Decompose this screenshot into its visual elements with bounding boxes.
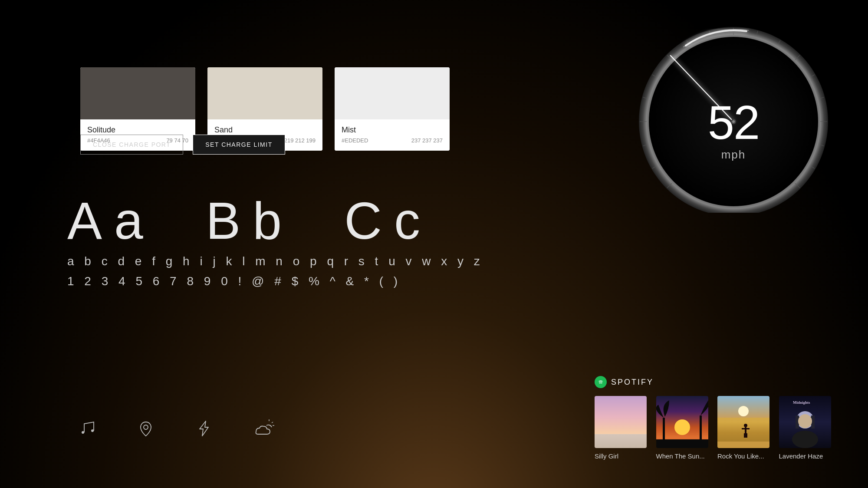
swatch-color-solitude <box>80 67 195 119</box>
track-name-lavender-haze: Lavender Haze <box>779 452 834 460</box>
speed-unit: mph <box>708 148 759 162</box>
swatch-color-sand <box>207 67 322 119</box>
set-charge-limit-button[interactable]: SET CHARGE LIMIT <box>193 135 285 155</box>
speed-number: 52 <box>708 99 759 146</box>
icons-section <box>78 419 275 440</box>
swatch-hex-mist: #EDEDED <box>342 137 368 144</box>
track-art-silly-girl <box>595 396 647 448</box>
type-numbers: 1 2 3 4 5 6 7 8 9 0 ! @ # $ % ^ & * ( ) <box>67 274 483 288</box>
swatch-color-mist <box>335 67 450 119</box>
track-lavender-haze[interactable]: Lavender Haze <box>779 396 834 460</box>
spotify-tracks: Silly Girl When The Sun... Rock You Like… <box>595 396 833 460</box>
type-cc: Cc <box>344 191 432 250</box>
spotify-logo-icon <box>595 376 607 388</box>
swatch-rgb-mist: 237 237 237 <box>411 137 443 144</box>
swatch-name-sand: Sand <box>214 125 316 135</box>
swatch-name-mist: Mist <box>342 125 443 135</box>
type-abc-display: Aa Bb Cc <box>67 195 483 247</box>
svg-point-25 <box>91 429 94 432</box>
spotify-title: SPOTIFY <box>611 378 654 387</box>
speedometer-value: 52 mph <box>708 99 759 162</box>
cloud-icon <box>253 419 275 440</box>
lightning-icon <box>194 419 214 440</box>
type-bb: Bb <box>206 191 294 250</box>
close-charge-port-button[interactable]: CLOSE CHARGE PORT <box>80 135 183 155</box>
speedometer-section: 52 mph <box>621 17 846 217</box>
buttons-section: CLOSE CHARGE PORT SET CHARGE LIMIT <box>80 135 285 155</box>
swatch-rgb-sand: 219 212 199 <box>284 137 316 144</box>
track-art-when-the-sun <box>656 396 708 448</box>
type-lowercase: a b c d e f g h i j k l m n o p q r s t … <box>67 254 483 268</box>
swatch-mist: Mist #EDEDED 237 237 237 <box>335 67 450 151</box>
track-art-rock-you-like <box>717 396 769 448</box>
swatch-name-solitude: Solitude <box>87 125 188 135</box>
track-rock-you-like[interactable]: Rock You Like... <box>717 396 772 460</box>
track-name-when-the-sun: When The Sun... <box>656 452 711 460</box>
speedometer-container: 52 mph <box>629 22 838 213</box>
spotify-header: SPOTIFY <box>595 376 833 388</box>
svg-point-24 <box>82 431 84 434</box>
track-when-the-sun[interactable]: When The Sun... <box>656 396 711 460</box>
typography-section: Aa Bb Cc a b c d e f g h i j k l m n o p… <box>67 195 483 288</box>
map-pin-icon <box>136 419 155 440</box>
track-silly-girl[interactable]: Silly Girl <box>595 396 649 460</box>
track-name-silly-girl: Silly Girl <box>595 452 649 460</box>
svg-line-28 <box>272 422 273 423</box>
type-aa: Aa <box>67 191 155 250</box>
spotify-section: SPOTIFY Silly Girl When The Sun... Rock … <box>595 376 833 460</box>
svg-point-26 <box>144 425 148 429</box>
track-name-rock-you-like: Rock You Like... <box>717 452 772 460</box>
track-art-lavender-haze <box>779 396 831 448</box>
music-icon <box>78 419 97 440</box>
